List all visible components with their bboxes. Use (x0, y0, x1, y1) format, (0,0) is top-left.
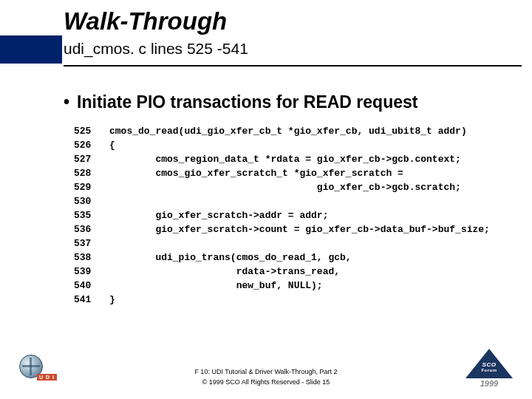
code-line: 526{ (74, 138, 490, 152)
line-number: 539 (74, 265, 109, 279)
line-number: 537 (74, 236, 109, 250)
bullet-icon: • (64, 92, 69, 112)
code-text: new_buf, NULL); (109, 279, 323, 293)
code-text: gio_xfer_cb->gcb.scratch; (109, 180, 461, 194)
code-text: cmos_region_data_t *rdata = gio_xfer_cb-… (109, 152, 461, 166)
bullet-text: Initiate PIO transactions for READ reque… (77, 92, 417, 112)
line-number: 526 (74, 138, 109, 152)
code-line: 537 (74, 236, 490, 250)
code-text: gio_xfer_scratch->count = gio_xfer_cb->d… (109, 222, 490, 236)
line-number: 527 (74, 152, 109, 166)
line-number: 530 (74, 194, 109, 208)
code-text: gio_xfer_scratch->addr = addr; (109, 208, 328, 222)
footer-line-2: © 1999 SCO All Rights Reserved - Slide 1… (0, 377, 532, 387)
line-number: 535 (74, 208, 109, 222)
code-line: 525cmos_do_read(udi_gio_xfer_cb_t *gio_x… (74, 124, 490, 138)
code-line: 540 new_buf, NULL); (74, 279, 490, 293)
code-line: 539 rdata->trans_read, (74, 265, 490, 279)
line-number: 538 (74, 250, 109, 265)
code-text: } (109, 293, 115, 307)
header-accent-band (0, 35, 62, 64)
line-number: 541 (74, 293, 109, 307)
code-line: 536 gio_xfer_scratch->count = gio_xfer_c… (74, 222, 490, 236)
code-line: 538 udi_pio_trans(cmos_do_read_1, gcb, (74, 250, 490, 265)
code-text: udi_pio_trans(cmos_do_read_1, gcb, (109, 250, 352, 265)
code-text: cmos_gio_xfer_scratch_t *gio_xfer_scratc… (109, 166, 403, 180)
code-line: 541} (74, 293, 490, 307)
code-text: { (109, 138, 115, 152)
code-line: 529 gio_xfer_cb->gcb.scratch; (74, 180, 490, 194)
code-line: 535 gio_xfer_scratch->addr = addr; (74, 208, 490, 222)
slide-subtitle: udi_cmos. c lines 525 -541 (64, 40, 517, 58)
slide-footer: F 10: UDI Tutorial & Driver Walk-Through… (0, 366, 532, 387)
line-number: 540 (74, 279, 109, 293)
code-text: rdata->trans_read, (109, 265, 340, 279)
line-number: 528 (74, 166, 109, 180)
line-number: 529 (74, 180, 109, 194)
line-number: 536 (74, 222, 109, 236)
title-underline (64, 65, 522, 66)
code-line: 527 cmos_region_data_t *rdata = gio_xfer… (74, 152, 490, 166)
line-number: 525 (74, 124, 109, 138)
slide-title: Walk-Through (64, 7, 517, 35)
code-text: cmos_do_read(udi_gio_xfer_cb_t *gio_xfer… (109, 124, 467, 138)
bullet-heading: •Initiate PIO transactions for READ requ… (64, 92, 517, 112)
footer-line-1: F 10: UDI Tutorial & Driver Walk-Through… (0, 366, 532, 377)
code-line: 530 (74, 194, 490, 208)
code-listing: 525cmos_do_read(udi_gio_xfer_cb_t *gio_x… (74, 124, 490, 307)
code-line: 528 cmos_gio_xfer_scratch_t *gio_xfer_sc… (74, 166, 490, 180)
title-area: Walk-Through udi_cmos. c lines 525 -541 (64, 7, 517, 58)
